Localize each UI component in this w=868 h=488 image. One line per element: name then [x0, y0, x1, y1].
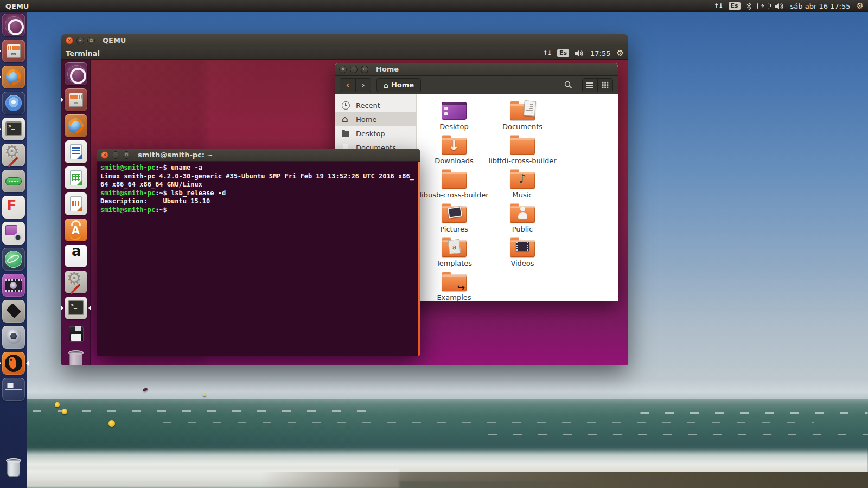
running-indicator [0, 361, 1, 366]
prompt-suffix: :~$ [155, 164, 167, 171]
folder-icon [510, 138, 535, 155]
updown-arrows-icon[interactable]: ↑↓ [713, 2, 722, 10]
close-button[interactable]: × [339, 66, 347, 73]
prompt-suffix: :~$ [155, 189, 167, 197]
close-button[interactable]: × [66, 37, 73, 44]
home-icon: ⌂ [384, 81, 388, 89]
list-view-button[interactable] [583, 79, 597, 92]
file-item-pictures[interactable]: Pictures [420, 202, 488, 236]
search-button[interactable] [561, 79, 575, 92]
battery-icon[interactable] [757, 3, 769, 9]
dock-item-chromium[interactable] [2, 92, 25, 114]
music-folder-icon: ♪ [509, 168, 535, 190]
volume-icon[interactable] [575, 50, 584, 57]
examples-folder-icon: ↪ [441, 271, 467, 292]
dock-item-terminal[interactable] [65, 297, 87, 319]
dock-item-serial-tool[interactable] [2, 170, 25, 192]
updown-arrows-icon[interactable]: ↑↓ [542, 49, 551, 57]
bluetooth-icon[interactable] [746, 2, 751, 10]
terminal-icon [5, 121, 22, 136]
videos-folder-icon [509, 236, 535, 258]
maximize-button[interactable]: ▫ [87, 37, 95, 44]
back-button[interactable]: ‹ [340, 78, 355, 92]
terminal-scrollbar[interactable] [418, 162, 420, 356]
sidebar-item-desktop[interactable]: Desktop [335, 126, 416, 140]
maximize-button[interactable]: ▫ [361, 66, 368, 73]
dock-item-libre-writer[interactable] [65, 140, 87, 163]
view-toggle [582, 78, 613, 92]
grid-view-button[interactable] [597, 79, 612, 92]
file-item-documents[interactable]: Documents [488, 100, 557, 134]
terminal-icon [68, 300, 84, 315]
keyboard-layout-indicator[interactable]: Es [729, 2, 741, 10]
dock-item-video-editor[interactable] [2, 274, 25, 297]
dock-item-atom[interactable] [2, 248, 25, 271]
wallpaper-whitecap [163, 422, 814, 423]
sidebar-item-recent[interactable]: Recent [335, 98, 416, 112]
file-manager-titlebar[interactable]: × – ▫ Home [335, 63, 618, 76]
dock-item-firefox[interactable] [65, 114, 87, 137]
terminal-titlebar[interactable]: × – ▫ smith@smith-pc: ~ [97, 149, 420, 162]
dock-item-files[interactable] [2, 40, 25, 62]
minimize-button[interactable]: – [76, 37, 84, 44]
file-item-music[interactable]: ♪Music [488, 168, 557, 202]
video-editor-icon [5, 279, 22, 292]
file-item-label: libusb-cross-builder [419, 191, 488, 199]
dock-item-system-settings[interactable] [65, 271, 87, 293]
gear-icon[interactable]: ⚙ [617, 49, 624, 57]
file-item-desktop[interactable]: Desktop [420, 100, 488, 134]
path-button[interactable]: ⌂ Home [376, 78, 421, 92]
desktop-icon [442, 102, 467, 120]
running-indicator [0, 48, 1, 54]
vm-titlebar[interactable]: × – ▫ QEMU [61, 34, 628, 47]
dock-item-terminal[interactable] [2, 118, 25, 140]
file-manager-toolbar: ‹ › ⌂ Home [335, 76, 618, 94]
terminal-content[interactable]: smith@smith-pc:~$ uname -aLinux smith-pc… [97, 162, 420, 356]
host-desktop: QEMU ↑↓ Es sáb abr 16 17:55 ⚙ × – ▫ QEMU… [0, 0, 868, 488]
file-item-downloads[interactable]: ↓Downloads [420, 134, 488, 168]
dock-item-ubuntu-dash[interactable] [65, 62, 87, 85]
dock-item-qemu[interactable] [2, 352, 25, 375]
dock-item-system-settings[interactable] [2, 144, 25, 166]
dock-item-floppy[interactable] [65, 323, 87, 345]
dock-item-ubuntu-dash[interactable] [2, 14, 25, 36]
dock-item-inkscape[interactable] [2, 300, 25, 323]
dock-item-cheese[interactable] [2, 222, 25, 245]
minimize-button[interactable]: – [112, 151, 119, 159]
file-item-videos[interactable]: Videos [488, 236, 557, 271]
dock-item-workspace-switcher[interactable] [2, 378, 25, 401]
keyboard-layout-indicator[interactable]: Es [557, 49, 569, 57]
file-item-public[interactable]: Public [488, 202, 557, 236]
dock-item-webcam-viewer[interactable] [2, 326, 25, 349]
dock-item-trash[interactable] [65, 349, 87, 365]
dock-item-trash[interactable] [2, 457, 25, 479]
dock-item-freecad[interactable] [2, 196, 25, 219]
dock-item-libre-impress[interactable] [65, 192, 87, 215]
vm-window-title: QEMU [103, 36, 126, 44]
dock-item-firefox[interactable] [2, 66, 25, 88]
host-clock[interactable]: sáb abr 16 17:55 [790, 2, 851, 10]
dock-item-files[interactable] [65, 88, 87, 111]
maximize-button[interactable]: ▫ [123, 151, 130, 159]
vm-clock[interactable]: 17:55 [590, 49, 610, 57]
terminal-prompt-line: smith@smith-pc:~$ [100, 206, 416, 215]
minimize-button[interactable]: – [350, 66, 358, 73]
file-item-libusb-cross-builder[interactable]: libusb-cross-builder [420, 168, 488, 202]
vm-tray: ↑↓ Es 17:55 ⚙ [542, 49, 628, 57]
volume-icon[interactable] [775, 3, 784, 10]
downloads-emblem-icon: ↓ [448, 138, 460, 152]
file-item-examples[interactable]: ↪Examples [420, 271, 488, 301]
vm-active-app-name[interactable]: Terminal [66, 49, 100, 57]
gear-icon[interactable]: ⚙ [857, 2, 864, 10]
serial-tool-icon [5, 177, 22, 185]
close-button[interactable]: × [101, 151, 108, 159]
file-item-templates[interactable]: aTemplates [420, 236, 488, 271]
forward-button[interactable]: › [355, 78, 371, 92]
sidebar-item-home[interactable]: Home [335, 112, 416, 126]
dock-item-libre-calc[interactable] [65, 166, 87, 189]
file-item-label: libftdi-cross-builder [488, 157, 556, 165]
file-item-libftdi-cross-builder[interactable]: libftdi-cross-builder [488, 134, 557, 168]
qemu-vm-window: × – ▫ QEMU Terminal ↑↓ Es 17:55 ⚙ [61, 34, 628, 365]
command-text: uname -a [167, 164, 202, 171]
dock-item-amazon[interactable] [65, 245, 87, 267]
